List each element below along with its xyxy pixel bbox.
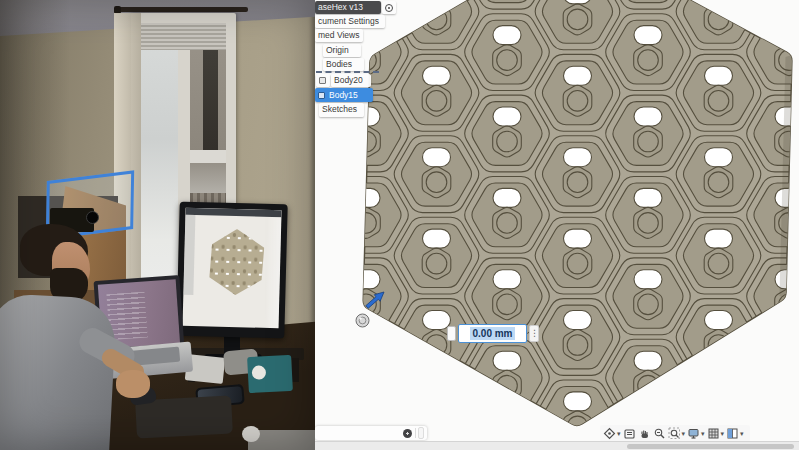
cell-hole[interactable] xyxy=(705,148,733,167)
camera-lens xyxy=(86,211,99,224)
cell-hole[interactable] xyxy=(634,188,662,207)
fit-icon[interactable]: ▾ xyxy=(668,427,686,440)
dimension-value: 0.00 mm xyxy=(470,327,514,340)
cell-hole[interactable] xyxy=(634,26,662,45)
cell-hole[interactable] xyxy=(564,148,592,167)
cell-hole[interactable] xyxy=(493,351,521,370)
document-root-item[interactable]: aseHex v13 xyxy=(315,1,381,14)
manipulator-sphere[interactable] xyxy=(356,314,369,327)
sphere-highlight xyxy=(359,317,361,319)
curtain-rod xyxy=(118,7,248,12)
body-cube-icon xyxy=(318,92,325,99)
cell-hole[interactable] xyxy=(705,311,733,330)
browser-panel: aseHex v13 cument Settings med Views Ori… xyxy=(315,0,425,130)
external-monitor xyxy=(176,202,287,339)
building-window xyxy=(203,50,218,162)
earbud-case xyxy=(242,426,260,442)
body-cube-icon xyxy=(319,77,326,84)
mini-cad-panel xyxy=(183,215,195,295)
cell-hole[interactable] xyxy=(775,351,799,370)
zoom-icon[interactable] xyxy=(653,427,666,440)
cell-hole[interactable] xyxy=(423,148,451,167)
caret-down-icon: ▾ xyxy=(701,429,705,439)
window-pane-left xyxy=(141,23,178,313)
person-torso xyxy=(0,293,117,450)
dimension-input[interactable]: 0.00 mm xyxy=(458,324,527,343)
timeline-gear-icon[interactable] xyxy=(403,429,412,438)
cell-hole[interactable] xyxy=(775,26,799,45)
cad-viewport[interactable]: aseHex v13 cument Settings med Views Ori… xyxy=(315,0,799,450)
caret-down-icon: ▾ xyxy=(682,429,686,439)
monitor-screen xyxy=(183,208,282,328)
webcam-photo-region xyxy=(0,0,315,450)
timeline-expand-handle[interactable] xyxy=(418,427,424,439)
body15-label: Body15 xyxy=(329,88,358,102)
cell-hole[interactable] xyxy=(705,392,733,411)
browser-item-body15-selected[interactable]: Body15 xyxy=(315,88,373,102)
browser-item-bodies[interactable]: Bodies xyxy=(323,58,364,71)
box-label xyxy=(252,365,267,380)
cell-hole[interactable] xyxy=(564,392,592,411)
cell-hole[interactable] xyxy=(423,229,451,248)
caret-down-icon: ▾ xyxy=(617,429,621,439)
browser-item-body20[interactable]: Body20 xyxy=(331,74,371,87)
caret-down-icon: ▾ xyxy=(721,429,725,439)
horizontal-scrollbar-thumb[interactable] xyxy=(627,444,794,449)
bottom-scroll-strip xyxy=(315,441,799,450)
viewports-icon[interactable]: ▾ xyxy=(726,427,744,440)
cell-hole[interactable] xyxy=(423,392,451,411)
teal-product-box xyxy=(247,355,293,393)
cell-hole[interactable] xyxy=(352,351,380,370)
window-blinds xyxy=(141,23,226,50)
cell-hole[interactable] xyxy=(493,188,521,207)
browser-item-document-settings[interactable]: cument Settings xyxy=(315,15,385,28)
cell-hole[interactable] xyxy=(352,270,380,289)
cell-hole[interactable] xyxy=(634,270,662,289)
grid-settings-icon[interactable]: ▾ xyxy=(707,427,725,440)
person-hand xyxy=(116,370,150,398)
caret-down-icon: ▾ xyxy=(740,429,744,439)
timeline-bar[interactable] xyxy=(315,426,427,440)
dimension-menu-handle[interactable]: ⋮ xyxy=(529,325,539,342)
cell-hole[interactable] xyxy=(705,66,733,85)
cell-hole[interactable] xyxy=(705,0,733,4)
dimension-drag-handle[interactable] xyxy=(447,326,456,341)
pan-icon[interactable] xyxy=(638,427,651,440)
cell-hole[interactable] xyxy=(564,311,592,330)
radio-dot-icon xyxy=(388,7,390,9)
activate-component-radio[interactable] xyxy=(382,1,396,14)
building-light-band xyxy=(190,150,226,163)
cell-hole[interactable] xyxy=(634,107,662,126)
cell-hole[interactable] xyxy=(423,66,451,85)
bodies-drop-indicator xyxy=(316,71,379,73)
cell-hole[interactable] xyxy=(493,270,521,289)
mini-hex-model xyxy=(205,228,267,296)
cell-hole[interactable] xyxy=(493,26,521,45)
display-settings-icon[interactable]: ▾ xyxy=(687,427,705,440)
cell-hole[interactable] xyxy=(493,107,521,126)
cell-hole[interactable] xyxy=(564,66,592,85)
body-visibility-icon[interactable] xyxy=(316,74,330,87)
browser-item-sketches[interactable]: Sketches xyxy=(319,103,364,117)
orbit-icon[interactable]: ▾ xyxy=(603,427,621,440)
cell-hole[interactable] xyxy=(634,351,662,370)
browser-item-origin[interactable]: Origin xyxy=(323,44,361,57)
screenshot-frame: aseHex v13 cument Settings med Views Ori… xyxy=(0,0,799,450)
mini-cad-toolbar xyxy=(185,208,281,218)
cell-hole[interactable] xyxy=(705,229,733,248)
cell-hole[interactable] xyxy=(564,229,592,248)
screen-glare xyxy=(264,217,281,328)
cell-hole[interactable] xyxy=(423,0,451,4)
navigation-toolbar: ▾ ▾ ▾ ▾ xyxy=(600,425,750,442)
riser-leg xyxy=(292,358,299,382)
timeline-divider xyxy=(415,428,416,438)
browser-item-named-views[interactable]: med Views xyxy=(315,29,363,42)
look-at-icon[interactable] xyxy=(623,427,636,440)
